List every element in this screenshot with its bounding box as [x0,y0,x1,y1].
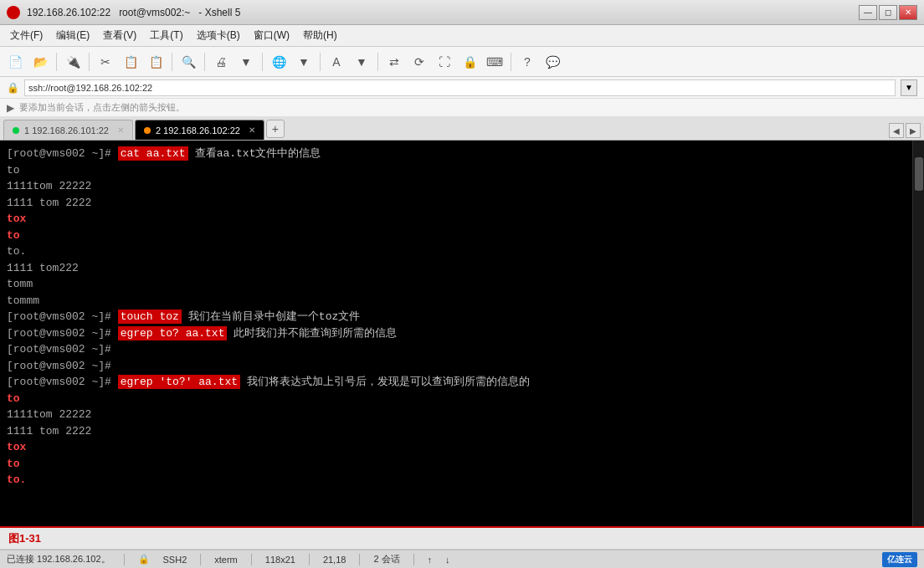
close-button[interactable]: ✕ [899,5,917,20]
new-button[interactable]: 📄 [3,50,27,74]
globe-button[interactable]: 🌐 [267,50,290,74]
sftp-button[interactable]: ⟳ [408,50,431,74]
terminal-line-6: to [7,228,906,244]
status-sep-6 [413,554,414,565]
session-count: 2 会话 [373,553,399,565]
cut-button[interactable]: ✂ [94,50,117,74]
font-drop[interactable]: ▼ [350,50,373,74]
terminal-line-4: 1111 tom 2222 [7,195,906,212]
terminal-line-10: tommm [7,293,906,310]
tab-2-close[interactable]: ✕ [249,125,255,135]
help-button[interactable]: ? [516,50,539,74]
terminal-line-1: [root@vms002 ~]# cat aa.txt查看aa.txt文件中的信… [7,146,906,162]
menu-help[interactable]: 帮助(H) [296,26,344,45]
terminal-line-12: [root@vms002 ~]# egrep to? aa.txt此时我们并不能… [7,325,906,342]
download-icon: ↓ [445,555,450,565]
tab-next-button[interactable]: ▶ [906,123,921,138]
brand-logo: 亿连云 [882,552,917,567]
terminal[interactable]: [root@vms002 ~]# cat aa.txt查看aa.txt文件中的信… [0,141,912,526]
restore-button[interactable]: ◻ [879,5,897,20]
hint-arrow-icon: ▶ [7,102,14,114]
tab-1-dot [13,127,19,134]
terminal-line-5: tox [7,211,906,228]
msg-button[interactable]: 💬 [541,50,564,74]
status-sep-1 [124,554,125,565]
scroll-thumb[interactable] [915,157,923,191]
status-right: 亿连云 [882,552,917,567]
prompt-1: [root@vms002 ~]# [7,147,118,160]
toolbar-sep-1 [56,53,57,71]
tab-nav: ◀ ▶ [889,123,921,140]
hint-text: 要添加当前会话，点击左侧的箭头按钮。 [19,101,185,114]
terminal-line-16: to [7,391,906,407]
comment-12: 此时我们并不能查询到所需的信息 [234,327,397,340]
open-button[interactable]: 📂 [28,50,52,74]
tab-prev-button[interactable]: ◀ [889,123,904,138]
title-text: 192.168.26.102:22 root@vms002:~ - Xshell… [27,7,859,18]
menu-file[interactable]: 文件(F) [3,26,49,45]
minimize-button[interactable]: — [859,5,877,20]
comment-15: 我们将表达式加上引号后，发现是可以查询到所需的信息的 [247,376,530,388]
print-button[interactable]: 🖨 [209,50,233,74]
toolbar-sep-3 [172,53,172,71]
prompt-11: [root@vms002 ~]# [7,310,118,323]
cursor-position: 21,18 [323,555,346,565]
toolbar-sep-2 [89,53,90,71]
fullscreen-button[interactable]: ⛶ [433,50,456,74]
menu-window[interactable]: 窗口(W) [247,26,296,45]
terminal-line-19: tox [7,439,906,456]
comment-11: 我们在当前目录中创建一个toz文件 [188,310,360,323]
lock-icon: 🔒 [7,82,19,94]
terminal-line-11: [root@vms002 ~]# touch toz我们在当前目录中创建一个to… [7,309,906,325]
ssh-version: SSH2 [163,555,187,565]
tab-1[interactable]: 1 192.168.26.101:22 ✕ [3,120,133,140]
terminal-line-15: [root@vms002 ~]# egrep 'to?' aa.txt我们将表达… [7,374,906,391]
figure-label: 图1-31 [8,531,41,546]
print-drop[interactable]: ▼ [234,50,258,74]
toolbar-sep-5 [262,53,263,71]
tab-add-button[interactable]: + [266,120,285,138]
terminal-line-20: to [7,456,906,473]
toolbar-sep-6 [320,53,321,71]
keyboard-button[interactable]: ⌨ [483,50,506,74]
terminal-line-3: 1111tom 22222 [7,178,906,195]
terminal-line-13: [root@vms002 ~]# [7,341,906,358]
transfer-button[interactable]: ⇄ [382,50,406,74]
prompt-15: [root@vms002 ~]# [7,376,118,388]
address-input[interactable] [24,79,896,96]
terminal-line-17: 1111tom 22222 [7,407,906,423]
terminal-line-2: to [7,162,906,179]
lock-status-icon: 🔒 [138,554,150,565]
cmd-15: egrep 'to?' aa.txt [118,375,240,389]
connect-button[interactable]: 🔌 [61,50,85,74]
xterm-label: xterm [214,555,238,565]
tab-bar: 1 192.168.26.101:22 ✕ 2 192.168.26.102:2… [0,117,924,141]
status-sep-4 [309,554,310,565]
menu-tab[interactable]: 选项卡(B) [190,26,247,45]
lock-button[interactable]: 🔒 [458,50,481,74]
prompt-12: [root@vms002 ~]# [7,327,118,340]
title-bar: 192.168.26.102:22 root@vms002:~ - Xshell… [0,0,924,25]
copy-button[interactable]: 📋 [119,50,142,74]
status-sep-2 [200,554,201,565]
tab-2-dot [144,127,151,134]
tab-1-close[interactable]: ✕ [117,125,124,135]
menu-view[interactable]: 查看(V) [96,26,143,45]
vertical-scrollbar[interactable] [912,141,924,526]
tab-2-label: 2 192.168.26.102:22 [156,125,240,136]
tab-2[interactable]: 2 192.168.26.102:22 ✕ [135,120,264,140]
cmd-11: touch toz [118,310,182,324]
cmd-1: cat aa.txt [118,146,188,161]
address-go-button[interactable]: ▼ [901,79,917,96]
terminal-line-7: to. [7,243,906,260]
menu-tools[interactable]: 工具(T) [143,26,189,45]
terminal-line-14: [root@vms002 ~]# [7,358,906,375]
find-button[interactable]: 🔍 [177,50,200,74]
upload-icon: ↑ [428,555,433,565]
terminal-wrapper: [root@vms002 ~]# cat aa.txt查看aa.txt文件中的信… [0,141,924,526]
globe-drop[interactable]: ▼ [292,50,316,74]
menu-edit[interactable]: 编辑(E) [49,26,96,45]
paste-button[interactable]: 📋 [144,50,167,74]
font-button[interactable]: A [325,50,348,74]
status-bar: 已连接 192.168.26.102。 🔒 SSH2 xterm 118x21 … [0,550,924,568]
